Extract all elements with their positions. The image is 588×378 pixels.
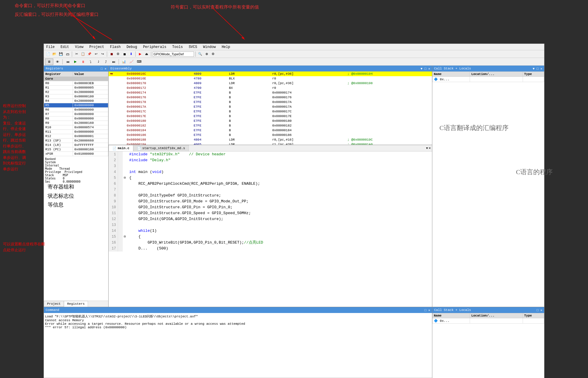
- line-marker[interactable]: [118, 151, 123, 157]
- line-marker[interactable]: [118, 228, 123, 234]
- fold-button[interactable]: ⊟: [123, 175, 127, 181]
- disasm-row[interactable]: 0x08000178E7FEB0x0800017A: [109, 100, 432, 104]
- undo-btn[interactable]: ↩: [93, 51, 99, 57]
- line-marker[interactable]: [118, 181, 123, 187]
- menu-flash[interactable]: Flash: [109, 44, 122, 50]
- cmd-btn[interactable]: ⌨: [136, 59, 143, 65]
- step-in-btn[interactable]: ⤵: [87, 59, 94, 65]
- tab-startup[interactable]: 📄 startup_stm32f10x_md.s: [133, 145, 189, 151]
- menu-edit[interactable]: Edit: [59, 44, 70, 50]
- register-row[interactable]: R13 (SP)0x20000660: [44, 139, 108, 143]
- code-line[interactable]: 13: [109, 222, 432, 228]
- line-marker[interactable]: [118, 157, 123, 163]
- disasm-row[interactable]: 0x080001884804LDRr0,[pc,#16]; @0x0800019…: [109, 137, 432, 142]
- register-row[interactable]: R80x00000000: [44, 116, 108, 121]
- code-line[interactable]: 8 GPIO_InitTypeDef GPIO_InitStructure;: [109, 193, 432, 199]
- save-all-btn[interactable]: 🗃: [64, 51, 70, 57]
- register-row[interactable]: R110x00000000: [44, 130, 108, 134]
- line-marker[interactable]: [118, 169, 123, 175]
- tab-project[interactable]: Project: [44, 301, 64, 307]
- line-marker[interactable]: [118, 204, 123, 210]
- disasm-row[interactable]: 0x0800017AE7FEB0x0800017A: [109, 104, 432, 109]
- register-row[interactable]: R20x20000000: [44, 90, 108, 94]
- register-row[interactable]: R14 (LR)0xFFFFFFFF: [44, 143, 108, 147]
- tab-close-btn[interactable]: ▼: [426, 146, 428, 150]
- reset-btn[interactable]: ⏮: [64, 59, 71, 65]
- line-marker[interactable]: [118, 240, 123, 246]
- register-row[interactable]: R30x00000180: [44, 94, 108, 99]
- run-to-btn[interactable]: ⏭: [110, 59, 117, 65]
- code-line[interactable]: 11 GPIO_InitStructure.GPIO_Speed = GPIO_…: [109, 210, 432, 216]
- register-row[interactable]: R70x00000000: [44, 112, 108, 116]
- code-line[interactable]: 9 GPIO_InitStructure.GPIO_Mode = GPIO_Mo…: [109, 199, 432, 204]
- line-marker[interactable]: [118, 187, 123, 193]
- disasm-row[interactable]: 0x08000174E7FEB0x08000174: [109, 90, 432, 95]
- code-line[interactable]: 1#include "stm32f10x.h" // Device header: [109, 151, 432, 157]
- line-marker[interactable]: [118, 210, 123, 216]
- paste-btn[interactable]: 📌: [87, 51, 92, 57]
- open-btn[interactable]: 📂: [52, 51, 57, 57]
- debug-start[interactable]: ▶: [137, 51, 143, 57]
- register-row[interactable]: R60x00000000: [44, 108, 108, 112]
- new-btn[interactable]: 📄: [45, 51, 51, 57]
- disasm-row[interactable]: 0x0800017CE7FEB0x0800017C: [109, 109, 432, 114]
- code-line[interactable]: 2#include "Delay.h": [109, 157, 432, 163]
- code-line[interactable]: 16 GPIO_WriteBit(GPIOA,GPIO_Pin_0,Bit_RE…: [109, 240, 432, 246]
- symbol-combo[interactable]: [153, 51, 194, 57]
- disasm-row[interactable]: 0x08000180E7FEB0x08000180: [109, 119, 432, 123]
- code-line[interactable]: 3: [109, 163, 432, 169]
- code-line[interactable]: 7: [109, 187, 432, 193]
- line-marker[interactable]: [118, 199, 123, 204]
- menu-window[interactable]: Window: [202, 44, 217, 50]
- watch-btn[interactable]: 👁: [54, 59, 61, 65]
- disasm-row[interactable]: 0x080001724700BXr0: [109, 86, 432, 90]
- menu-view[interactable]: View: [74, 44, 85, 50]
- disasm-row[interactable]: ⮕0x0800016C4809LDRr0,[pc,#36]; @0x080001…: [109, 71, 432, 76]
- line-marker[interactable]: [118, 163, 123, 169]
- debug-stop[interactable]: ⏏: [144, 51, 150, 57]
- mem-btn[interactable]: 📊: [120, 59, 127, 65]
- rebuild-btn[interactable]: ⚙: [115, 51, 121, 57]
- register-row[interactable]: R40x20000000: [44, 99, 108, 103]
- code-line[interactable]: 14 while(1): [109, 228, 432, 234]
- fold-button[interactable]: ⊟: [123, 234, 127, 240]
- search-btn[interactable]: 🔍: [197, 51, 203, 57]
- code-line[interactable]: 5⊟{: [109, 175, 432, 181]
- line-marker[interactable]: [118, 175, 123, 181]
- cut-btn[interactable]: ✂: [74, 51, 79, 57]
- disasm-row[interactable]: 0x08000184E7FEB0x08000184: [109, 128, 432, 133]
- menu-peripherals[interactable]: Peripherals: [142, 44, 167, 50]
- code-line[interactable]: 15⊟ {: [109, 234, 432, 240]
- register-row[interactable]: xPSR0x01000000: [44, 152, 108, 156]
- line-marker[interactable]: [118, 216, 123, 222]
- line-marker[interactable]: [118, 246, 123, 252]
- disasm-row[interactable]: 0x08000186E7FEB0x08000186: [109, 133, 432, 137]
- code-line[interactable]: 12 GPIO_Init(GPIOA,&GPIO_InitStructure);: [109, 216, 432, 222]
- register-row[interactable]: R10x00000005: [44, 86, 108, 90]
- build-btn[interactable]: ◼: [109, 51, 114, 57]
- download-btn[interactable]: ⬇: [128, 51, 134, 57]
- tab-mainc[interactable]: 📄 main.c: [109, 145, 133, 151]
- disasm-row[interactable]: 0x0800016E4780BLXr0: [109, 76, 432, 81]
- step-over-btn[interactable]: ⤸: [95, 59, 102, 65]
- step-out-btn[interactable]: ⤴: [102, 59, 109, 65]
- menu-debug[interactable]: Debug: [125, 44, 138, 50]
- disasm-row[interactable]: 0x0800018A4005LDRr1,[pc,#20]; @0x080001A…: [109, 142, 432, 145]
- stop-btn[interactable]: ⏹: [122, 51, 127, 57]
- menu-svcs[interactable]: SVCS: [187, 44, 198, 50]
- line-marker[interactable]: [118, 193, 123, 199]
- save-btn[interactable]: 💾: [58, 51, 64, 57]
- debug-panel-btn[interactable]: 🖥: [45, 59, 53, 65]
- tab-pin-btn[interactable]: ✕: [428, 146, 431, 150]
- menu-help[interactable]: Help: [220, 44, 231, 50]
- tab-registers[interactable]: Registers: [64, 301, 88, 307]
- register-row[interactable]: R00x000003EB: [44, 81, 108, 86]
- stop-run-btn[interactable]: ⏸: [79, 59, 87, 65]
- disasm-row[interactable]: 0x0800017EE7FEB0x0800017E: [109, 114, 432, 119]
- register-row[interactable]: R120x00000001: [44, 134, 108, 139]
- copy-btn[interactable]: 📋: [80, 51, 86, 57]
- disasm-row[interactable]: 0x08000176E7FEB0x08000176: [109, 95, 432, 100]
- line-marker[interactable]: [118, 222, 123, 228]
- line-marker[interactable]: [118, 234, 123, 240]
- register-row[interactable]: R90x20000160: [44, 121, 108, 125]
